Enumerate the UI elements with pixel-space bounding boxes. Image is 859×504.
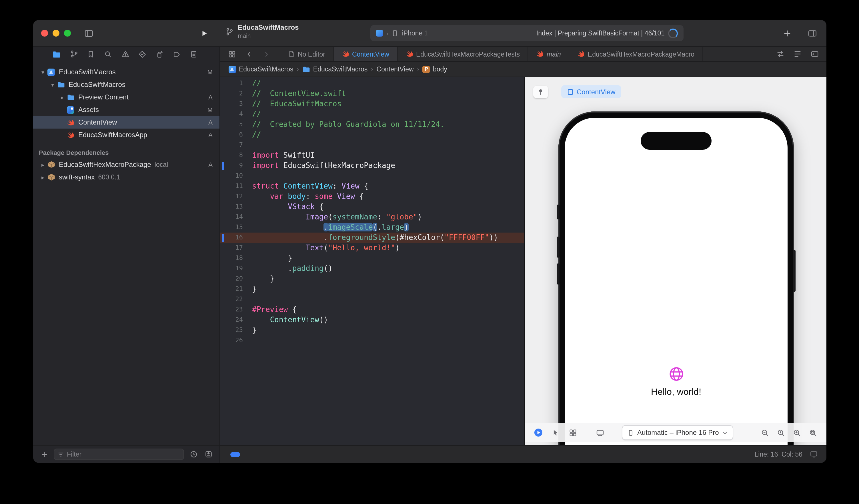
tree-row-swift-syntax[interactable]: ▸swift-syntax600.0.1 <box>33 171 220 183</box>
code-line[interactable]: 26 <box>220 335 524 346</box>
code-line[interactable]: 4// <box>220 109 524 119</box>
code-editor[interactable]: 1//2// ContentView.swift3// EducaSwiftMa… <box>220 77 525 445</box>
go-back-chevron-icon[interactable] <box>244 49 254 59</box>
code-line[interactable]: 14 Image(systemName: "globe") <box>220 212 524 222</box>
breadcrumb-item-educaswiftmacros[interactable]: EducaSwiftMacros <box>302 65 367 73</box>
code-line[interactable]: 2// ContentView.swift <box>220 89 524 99</box>
recent-files-clock-icon[interactable] <box>189 449 199 459</box>
scm-status-badge: A <box>204 161 213 168</box>
zoom-to-fit-icon[interactable] <box>807 427 818 438</box>
tree-row-educaswifthexmacropackage[interactable]: ▸EducaSwiftHexMacroPackagelocalA <box>33 158 220 171</box>
minimap-list-icon[interactable] <box>792 49 802 59</box>
code-line[interactable]: 9import EducaSwiftHexMacroPackage <box>220 161 524 171</box>
close-window-button[interactable] <box>41 30 48 36</box>
breadcrumb-item-educaswiftmacros[interactable]: EducaSwiftMacros <box>228 65 293 73</box>
code-line[interactable]: 10 <box>220 171 524 181</box>
device-settings-icon[interactable] <box>594 427 606 438</box>
debug-navigator-icon[interactable] <box>155 49 164 59</box>
tests-navigator-icon[interactable] <box>138 49 147 59</box>
tab-contentview[interactable]: ContentView <box>334 47 398 61</box>
code-line[interactable]: 22 <box>220 294 524 305</box>
toolbar: EducaSwiftMacros main › iPhone 1 Index |… <box>33 20 826 47</box>
tab-educaswifthexmacropackagetests[interactable]: EducaSwiftHexMacroPackageTests <box>398 47 528 61</box>
code-line[interactable]: 3// EducaSwiftMacros <box>220 99 524 109</box>
code-line[interactable]: 1// <box>220 78 524 89</box>
code-line[interactable]: 5// Created by Pablo Guardiola on 11/11/… <box>220 119 524 130</box>
display-icon[interactable] <box>809 450 818 458</box>
scheme-selector[interactable]: EducaSwiftMacros main <box>225 24 299 40</box>
swap-editors-icon[interactable] <box>775 49 785 59</box>
related-items-grid-icon[interactable] <box>227 49 237 59</box>
tab-educaswifthexmacropackagemacro[interactable]: EducaSwiftHexMacroPackageMacro <box>570 47 703 61</box>
breadcrumb-item-contentview[interactable]: ContentView <box>377 66 414 73</box>
fullscreen-window-button[interactable] <box>64 30 71 36</box>
navigator-filter-bar: Filter <box>33 445 220 463</box>
line-number: 3 <box>220 99 243 109</box>
editor-layout-icon[interactable] <box>806 27 818 40</box>
code-line[interactable]: 7 <box>220 140 524 150</box>
code-line[interactable]: 6// <box>220 130 524 140</box>
add-editor-icon[interactable] <box>809 49 819 59</box>
preview-device-picker[interactable]: Automatic – iPhone 16 Pro <box>622 425 733 440</box>
code-line[interactable]: 21} <box>220 284 524 294</box>
code-line[interactable]: 16 .foregroundStyle(#hexColor("FFFF00FF"… <box>220 232 524 243</box>
code-line[interactable]: 15 .imageScale(.large) <box>220 222 524 232</box>
progress-spinner-icon <box>668 28 678 38</box>
preview-tab-chip[interactable]: ContentView <box>561 85 621 98</box>
tree-row-preview-content[interactable]: ▸Preview ContentA <box>33 91 220 104</box>
code-line[interactable]: 17 Text("Hello, world!") <box>220 243 524 253</box>
zoom-in-icon[interactable] <box>791 427 802 438</box>
variants-grid-icon[interactable] <box>567 427 578 438</box>
code-line[interactable]: 13 VStack { <box>220 202 524 212</box>
code-line[interactable]: 19 .padding() <box>220 263 524 274</box>
code-line[interactable]: 23#Preview { <box>220 305 524 315</box>
activity-viewer[interactable]: › iPhone 1 Index | Preparing SwiftBasicF… <box>370 25 683 41</box>
source-control-navigator-icon[interactable] <box>69 49 78 59</box>
tab-no-editor[interactable]: No Editor <box>280 47 334 61</box>
code-line[interactable]: 8import SwiftUI <box>220 150 524 161</box>
minimize-window-button[interactable] <box>52 30 59 36</box>
breadcrumb-item-body[interactable]: Pbody <box>423 65 447 73</box>
bookmarks-navigator-icon[interactable] <box>86 49 95 59</box>
zoom-actual-size-icon[interactable] <box>775 427 786 438</box>
breakpoints-navigator-icon[interactable] <box>172 49 181 59</box>
zoom-out-icon[interactable] <box>759 427 770 438</box>
scm-status-badge: A <box>204 94 213 101</box>
editor-mode-indicator[interactable] <box>230 452 240 457</box>
scm-status-filter-icon[interactable] <box>204 449 214 459</box>
tree-row-educaswiftmacros[interactable]: ▾EducaSwiftMacrosM <box>33 66 220 78</box>
tree-item-label: EducaSwiftMacros <box>59 68 116 76</box>
filter-input[interactable]: Filter <box>54 448 184 460</box>
tree-row-assets[interactable]: AssetsM <box>33 104 220 116</box>
selectable-mode-cursor-icon[interactable] <box>550 427 561 438</box>
code-line[interactable]: 24 ContentView() <box>220 315 524 325</box>
issues-navigator-icon[interactable] <box>121 49 130 59</box>
reports-navigator-icon[interactable] <box>189 49 198 59</box>
add-item-button[interactable] <box>39 449 49 459</box>
run-button[interactable] <box>198 27 210 40</box>
disclosure-down-icon[interactable]: ▾ <box>49 81 57 88</box>
go-forward-chevron-icon[interactable] <box>261 49 271 59</box>
code-line[interactable]: 20 } <box>220 274 524 284</box>
tab-main[interactable]: main <box>528 47 570 61</box>
tree-row-educaswiftmacrosapp[interactable]: EducaSwiftMacrosAppA <box>33 128 220 141</box>
disclosure-right-icon[interactable]: ▸ <box>39 162 47 168</box>
tree-row-educaswiftmacros[interactable]: ▾EducaSwiftMacros <box>33 78 220 91</box>
code-line[interactable]: 11struct ContentView: View { <box>220 181 524 192</box>
code-line[interactable]: 12 var body: some View { <box>220 192 524 202</box>
disclosure-right-icon[interactable]: ▸ <box>39 174 47 180</box>
find-navigator-icon[interactable] <box>103 49 112 59</box>
disclosure-right-icon[interactable]: ▸ <box>58 94 66 100</box>
pin-preview-button[interactable] <box>533 86 548 98</box>
navigator-sidebar: ▾EducaSwiftMacrosM▾EducaSwiftMacros▸Prev… <box>33 47 220 463</box>
tree-row-contentview[interactable]: ContentViewA <box>33 116 220 128</box>
project-navigator-icon[interactable] <box>52 49 61 59</box>
code-line[interactable]: 25} <box>220 325 524 335</box>
tab-bar: No EditorContentViewEducaSwiftHexMacroPa… <box>220 47 826 62</box>
disclosure-down-icon[interactable]: ▾ <box>39 69 47 75</box>
iphone-icon <box>628 429 634 436</box>
live-preview-play-button[interactable] <box>533 427 544 438</box>
library-plus-icon[interactable] <box>781 27 793 40</box>
toggle-navigator-icon[interactable] <box>82 27 95 40</box>
code-line[interactable]: 18 } <box>220 253 524 263</box>
